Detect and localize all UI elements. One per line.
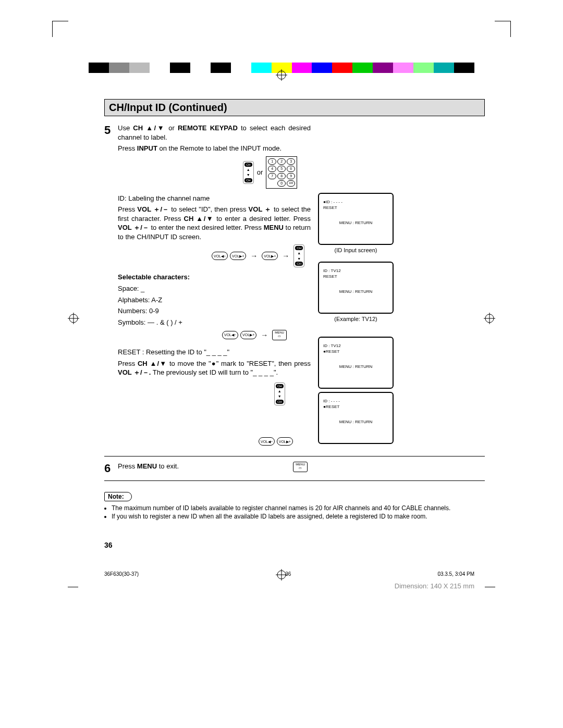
vol-plus-icon: VOL▶+	[277, 437, 293, 446]
menu-button-icon: MENU▭	[272, 330, 287, 340]
arrow-icon: →	[261, 330, 268, 340]
section-title: CH/Input ID (Continued)	[104, 99, 485, 116]
registration-mark-icon	[276, 569, 287, 581]
ch-rocker-icon: CH ▲ ▼ CH	[293, 244, 304, 267]
selectable-alpha: Alphabets: A-Z	[118, 295, 311, 305]
reset-heading: RESET : Resetting the ID to "_ _ _ _"	[118, 348, 311, 357]
arrow-icon: →	[250, 251, 258, 261]
vol-minus-icon: VOL◀−	[212, 252, 228, 260]
osd-screen-1: ●ID : - - - - RESET MENU : RETURN	[318, 193, 394, 245]
step-number: 5	[104, 124, 118, 451]
divider	[104, 456, 485, 456]
crop-mark	[495, 21, 511, 37]
osd-label-1: (ID Input screen)	[318, 247, 394, 253]
vol-plus-icon: VOL▶+	[240, 331, 256, 339]
selectable-space: Space: _	[118, 284, 311, 293]
osd-screen-4: ID : - - - - ●RESET MENU : RETURN	[318, 392, 394, 444]
osd-label-2: (Example: TV12)	[318, 316, 394, 322]
osd-screen-2: ID : TV12 RESET MENU : RETURN	[318, 262, 394, 314]
menu-button-icon: MENU▭	[293, 462, 308, 472]
divider	[104, 480, 485, 481]
step5-instruction-1: Use CH ▲/▼ or REMOTE KEYPAD to select ea…	[118, 124, 311, 142]
footer-timestamp: 03.3.5, 3:04 PM	[437, 571, 474, 577]
ch-rocker-icon: CH ▲ ▼ CH	[274, 382, 285, 405]
reset-instructions: Press CH ▲/▼ to move the "●" mark to "RE…	[118, 359, 311, 377]
crop-mark	[485, 587, 495, 587]
ch-rocker-icon: CH ▲ ▼ CH	[243, 161, 254, 184]
remote-keypad-icon: 1234567890100	[266, 156, 297, 189]
footer-doc-id: 36F630(30-37)	[104, 571, 139, 577]
step6-instruction: Press MENU to exit. MENU▭	[118, 462, 485, 475]
page-number: 36	[104, 541, 485, 549]
id-labeling-heading: ID: Labeling the channel name	[118, 194, 311, 203]
selectable-numbers: Numbers: 0-9	[118, 306, 311, 316]
crop-mark	[68, 587, 78, 587]
note-list: The maximum number of ID labels availabl…	[104, 504, 485, 520]
crop-mark	[52, 21, 68, 37]
step-number: 6	[104, 462, 118, 475]
osd-screen-3: ID : TV12 ●RESET MENU : RETURN	[318, 337, 394, 389]
selectable-chars-heading: Selectable characters:	[118, 273, 190, 281]
step5-instruction-2: Press INPUT on the Remote to label the I…	[118, 144, 311, 153]
registration-mark-icon	[68, 313, 79, 324]
or-label: or	[257, 168, 263, 177]
note-label: Note:	[104, 492, 132, 501]
registration-mark-icon	[484, 313, 495, 324]
selectable-symbols: Symbols: — . & ( ) / +	[118, 318, 311, 327]
arrow-icon: →	[282, 251, 289, 261]
vol-minus-icon: VOL◀−	[222, 331, 238, 339]
registration-mark-icon	[276, 69, 287, 81]
id-labeling-instructions: Press VOL ＋/－ to select "ID", then press…	[118, 205, 311, 241]
vol-plus-icon: VOL▶+	[230, 252, 246, 260]
vol-plus-icon: VOL▶+	[262, 252, 278, 260]
dimension-note: Dimension: 140 X 215 mm	[395, 582, 474, 590]
vol-minus-icon: VOL◀−	[259, 437, 275, 446]
